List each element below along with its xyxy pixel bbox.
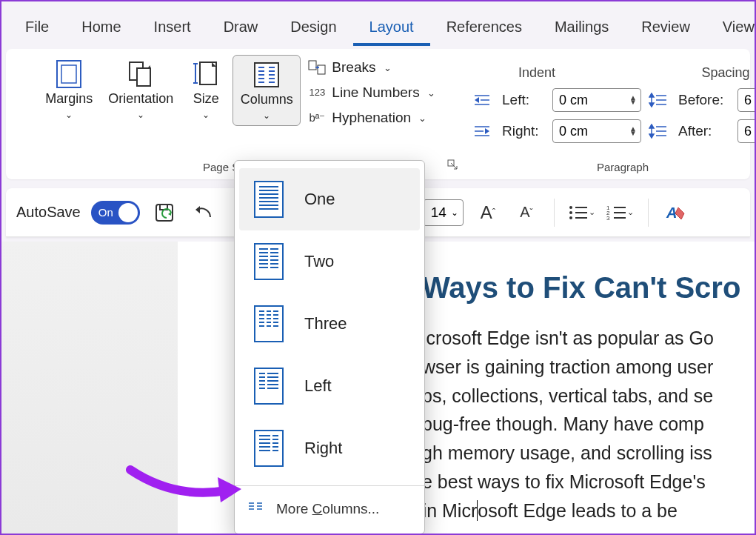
columns-label: Columns [241,93,293,107]
margins-icon [53,59,85,89]
tab-references[interactable]: References [430,10,538,46]
svg-rect-1 [61,65,76,83]
doc-line: icrosoft Edge isn't as popular as Go [422,324,755,353]
svg-marker-29 [649,103,654,107]
doc-line: wser is gaining traction among user [422,353,755,382]
hyphenation-button[interactable]: bª⁻ Hyphenation ⌄ [308,110,435,126]
tab-review[interactable]: Review [625,10,706,46]
font-size-value: 14 [431,205,446,221]
spacing-before-label: Before: [678,92,730,108]
columns-left-label: Left [304,376,332,396]
columns-right-icon [254,430,284,467]
columns-three-label: Three [304,314,347,333]
svg-marker-46 [195,206,200,213]
svg-marker-28 [649,93,654,97]
spacing-after-input[interactable]: 6 pt [737,119,756,143]
divider [554,199,555,227]
doc-line: e best ways to fix Microsoft Edge's [422,468,755,496]
indent-right-input[interactable]: 0 cm▲▼ [552,119,641,143]
spacing-before-value: 6 pt [744,93,756,108]
tab-strip: File Home Insert Draw Design Layout Refe… [1,1,755,46]
hyphenation-icon: bª⁻ [308,110,326,125]
more-columns-icon [248,501,264,517]
decrease-font-icon[interactable]: Aˇ [512,199,541,227]
columns-three[interactable]: Three [239,293,420,355]
indent-right-value: 0 cm [559,124,627,139]
svg-marker-26 [475,97,479,103]
spinner-arrows-icon[interactable]: ▲▼ [627,127,639,136]
line-numbers-icon: 123 [308,85,326,100]
indent-right-icon [472,124,492,139]
breaks-button[interactable]: Breaks ⌄ [308,59,435,76]
spacing-header: Spacing [678,65,756,81]
size-label: Size [193,92,219,107]
doc-line: bs, collections, vertical tabs, and se [422,382,755,411]
indent-left-label: Left: [502,92,545,108]
line-numbers-button[interactable]: 123 Line Numbers ⌄ [308,84,435,101]
page-setup-launcher[interactable] [447,159,459,173]
columns-right[interactable]: Right [239,417,420,479]
styles-icon[interactable]: A [662,199,690,227]
breaks-icon [308,60,326,75]
tab-layout[interactable]: Layout [353,10,430,46]
columns-left[interactable]: Left [239,355,420,417]
svg-marker-36 [485,128,489,134]
svg-point-48 [569,211,572,214]
undo-icon[interactable] [189,199,217,227]
columns-right-label: Right [304,439,342,458]
tab-draw[interactable]: Draw [207,10,275,46]
spacing-before-icon [649,93,668,107]
orientation-icon [124,59,157,89]
svg-rect-19 [309,61,316,70]
spacing-after-icon [649,124,668,139]
group-page-setup: Margins ⌄ Orientation ⌄ Size ⌄ [15,55,464,176]
indent-header: Indent [502,65,641,81]
chevron-down-icon: ⌄ [65,110,73,120]
columns-one[interactable]: One [239,168,420,230]
breaks-label: Breaks [332,59,375,76]
tab-insert[interactable]: Insert [138,10,207,46]
line-numbers-label: Line Numbers [332,84,419,101]
indent-right-label: Right: [502,123,545,139]
paragraph-group-label: Paragraph [597,161,649,176]
orientation-button[interactable]: Orientation ⌄ [102,55,179,124]
spinner-arrows-icon[interactable]: ▲▼ [627,96,639,104]
tab-mailings[interactable]: Mailings [538,10,625,46]
chevron-down-icon: ⌄ [418,113,426,124]
columns-icon [250,60,283,90]
autosave-state: On [98,206,113,219]
autosave-toggle[interactable]: On [91,201,140,225]
svg-point-49 [569,216,572,219]
svg-point-47 [569,206,572,209]
svg-rect-8 [255,63,278,87]
columns-one-label: One [304,190,335,209]
svg-rect-3 [137,68,150,86]
tab-file[interactable]: File [9,10,65,46]
autosave-label: AutoSave [16,204,81,221]
size-button[interactable]: Size ⌄ [179,55,233,124]
margins-button[interactable]: Margins ⌄ [36,55,102,124]
spacing-before-input[interactable]: 6 pt [737,88,756,112]
columns-left-icon [254,368,284,405]
tab-home[interactable]: Home [65,10,137,46]
numbered-list-icon[interactable]: 123⌄ [606,199,635,227]
bullet-list-icon[interactable]: ⌄ [568,199,596,227]
chevron-down-icon: ⌄ [384,62,392,73]
columns-two-label: Two [304,252,334,271]
doc-line: gh memory usage, and scrolling iss [422,439,755,468]
font-size-input[interactable]: 14 ⌄ [423,199,464,226]
indent-left-input[interactable]: 0 cm▲▼ [552,88,641,112]
annotation-arrow [123,448,249,510]
increase-font-icon[interactable]: Aˆ [474,199,502,227]
more-columns[interactable]: More Columns... [235,489,424,529]
tab-view[interactable]: View [706,10,756,46]
svg-marker-66 [218,477,241,502]
tab-design[interactable]: Design [274,10,352,46]
indent-left-icon [472,93,492,107]
columns-two[interactable]: Two [239,230,420,293]
svg-rect-20 [318,65,325,74]
columns-button[interactable]: Columns ⌄ [233,55,301,126]
save-icon[interactable] [150,199,178,227]
orientation-label: Orientation [108,92,173,107]
spacing-after-label: After: [678,123,730,139]
